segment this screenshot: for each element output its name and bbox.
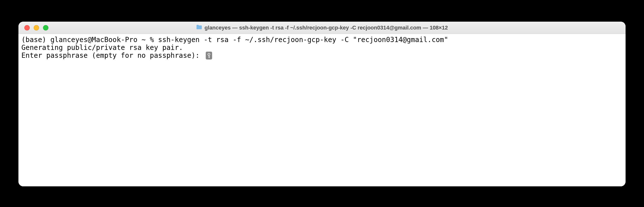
svg-rect-2 [209,56,210,57]
terminal-window: glanceyes — ssh-keygen -t rsa -f ~/.ssh/… [18,22,626,186]
close-button[interactable] [24,25,30,30]
window-title: glanceyes — ssh-keygen -t rsa -f ~/.ssh/… [23,24,621,31]
terminal-line: Enter passphrase (empty for no passphras… [22,52,622,60]
terminal-text: Generating public/private rsa key pair. [22,44,183,52]
svg-point-0 [208,53,210,55]
terminal-body[interactable]: (base) glanceyes@MacBook-Pro ~ % ssh-key… [18,34,626,186]
folder-icon [196,24,202,31]
terminal-text: (base) glanceyes@MacBook-Pro ~ % ssh-key… [22,36,448,44]
window-title-text: glanceyes — ssh-keygen -t rsa -f ~/.ssh/… [204,24,448,31]
key-icon [206,52,212,60]
minimize-button[interactable] [34,25,39,30]
terminal-line: (base) glanceyes@MacBook-Pro ~ % ssh-key… [22,36,622,44]
maximize-button[interactable] [43,25,48,30]
svg-rect-3 [209,58,210,58]
title-bar: glanceyes — ssh-keygen -t rsa -f ~/.ssh/… [18,22,626,34]
traffic-lights [24,25,48,30]
terminal-line: Generating public/private rsa key pair. [22,44,622,52]
terminal-text: Enter passphrase (empty for no passphras… [22,52,204,60]
